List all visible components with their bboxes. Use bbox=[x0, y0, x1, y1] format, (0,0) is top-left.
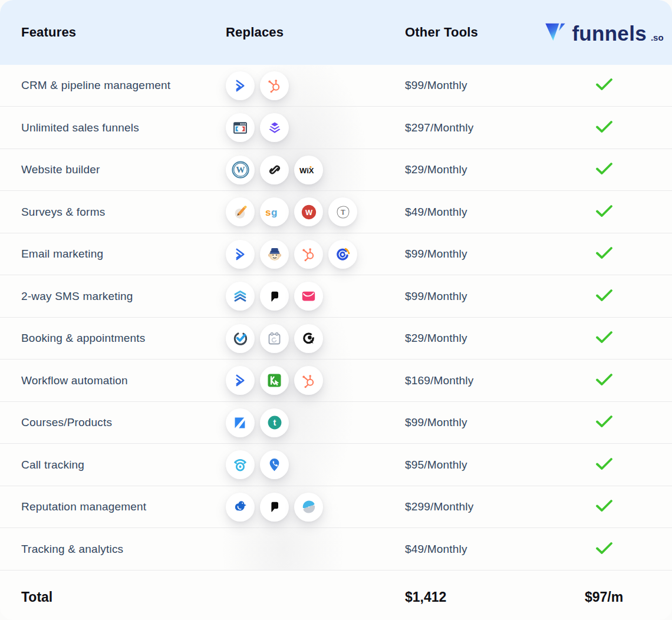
other-tools-price: $99/Monthly bbox=[405, 248, 536, 260]
funnels-included-cell bbox=[536, 457, 672, 473]
booking-calendar-icon bbox=[260, 324, 289, 353]
checkmark-icon bbox=[595, 120, 613, 136]
feature-label: Booking & appointments bbox=[0, 332, 226, 345]
wix-icon: WiX bbox=[294, 156, 323, 184]
total-label: Total bbox=[0, 589, 226, 605]
funnels-included-cell bbox=[536, 331, 672, 346]
table-row: 2-way SMS marketing $99/Monthly bbox=[0, 275, 672, 318]
other-tools-price: $169/Monthly bbox=[405, 374, 536, 387]
leadpages-icon bbox=[260, 113, 289, 142]
surveygizmo-icon: sg bbox=[260, 197, 289, 226]
activecampaign-icon bbox=[226, 240, 255, 269]
hubspot-icon bbox=[294, 366, 323, 395]
other-tools-price: $99/Monthly bbox=[405, 290, 536, 303]
svg-text:g: g bbox=[271, 206, 277, 217]
wordpress-icon: W bbox=[226, 156, 255, 184]
keap-icon bbox=[260, 366, 289, 395]
reputation-swirl-icon bbox=[294, 493, 323, 522]
funnels-included-cell bbox=[536, 542, 672, 557]
svg-text:W: W bbox=[236, 164, 245, 174]
replaces-icons: sgWT bbox=[226, 197, 405, 226]
header-replaces: Replaces bbox=[226, 25, 405, 40]
replaces-icons bbox=[226, 71, 405, 100]
comparison-table: Features Replaces Other Tools funn bbox=[0, 0, 672, 620]
replaces-icons bbox=[226, 240, 405, 269]
feature-label: Reputation management bbox=[0, 500, 226, 513]
phone-pin-icon bbox=[260, 450, 289, 479]
table-row: Courses/Products t $99/Monthly bbox=[0, 402, 672, 444]
checkmark-icon bbox=[595, 373, 613, 388]
svg-text:s: s bbox=[265, 206, 271, 217]
table-row: Email marketing $99/Monthly bbox=[0, 233, 672, 275]
teachable-icon: t bbox=[260, 408, 289, 437]
funnel-gradient-icon bbox=[544, 21, 566, 44]
table-row: Surveys & forms sgWT $49/Monthly bbox=[0, 191, 672, 233]
other-tools-price: $49/Monthly bbox=[405, 543, 536, 556]
funnels-included-cell bbox=[536, 246, 672, 262]
activecampaign-icon bbox=[226, 366, 255, 395]
replaces-icons bbox=[226, 450, 405, 479]
funnels-included-cell bbox=[536, 415, 672, 430]
podium-icon bbox=[260, 282, 289, 311]
checkmark-icon bbox=[595, 162, 613, 177]
other-tools-price: $29/Monthly bbox=[405, 332, 536, 345]
schedule-check-icon bbox=[226, 324, 255, 353]
funnels-logo: funnels .so bbox=[536, 21, 672, 44]
table-row: Booking & appointments $29/Monthly bbox=[0, 318, 672, 360]
phone-dial-icon bbox=[226, 450, 255, 479]
replaces-icons: WWiX bbox=[226, 156, 405, 184]
table-row: Website builder WWiX $29/Monthly bbox=[0, 149, 672, 191]
other-tools-price: $95/Monthly bbox=[405, 459, 536, 471]
other-tools-price: $99/Monthly bbox=[405, 79, 536, 92]
sms-chevrons-icon bbox=[226, 282, 255, 311]
feature-label: Tracking & analytics bbox=[0, 543, 226, 556]
table-row: Workflow automation $169/Monthly bbox=[0, 360, 672, 402]
hubspot-icon bbox=[260, 71, 289, 100]
wufoo-icon: W bbox=[294, 197, 323, 226]
funnels-included-cell bbox=[536, 120, 672, 136]
svg-text:WiX: WiX bbox=[299, 166, 314, 174]
checkmark-icon bbox=[595, 415, 613, 430]
checkmark-icon bbox=[595, 205, 613, 220]
table-row: Reputation management $299/Monthly bbox=[0, 486, 672, 528]
replaces-icons bbox=[226, 366, 405, 395]
replaces-icons bbox=[226, 113, 405, 142]
logo-suffix-text: .so bbox=[651, 33, 664, 44]
replaces-icons bbox=[226, 493, 405, 522]
feature-label: Courses/Products bbox=[0, 416, 226, 429]
svg-text:t: t bbox=[273, 418, 276, 427]
kajabi-icon bbox=[226, 408, 255, 437]
checkmark-icon bbox=[595, 499, 613, 515]
checkmark-icon bbox=[595, 289, 613, 304]
funnels-included-cell bbox=[536, 78, 672, 93]
funnels-included-cell bbox=[536, 162, 672, 177]
feature-label: Website builder bbox=[0, 163, 226, 176]
funnels-included-cell bbox=[536, 289, 672, 304]
feature-label: Email marketing bbox=[0, 248, 226, 260]
header-other-tools: Other Tools bbox=[405, 25, 536, 40]
other-tools-price: $99/Monthly bbox=[405, 416, 536, 429]
feature-label: CRM & pipeline management bbox=[0, 79, 226, 92]
clickfunnels-icon bbox=[226, 113, 255, 142]
table-row: CRM & pipeline management $99/Monthly bbox=[0, 65, 672, 107]
funnels-total-price: $97/m bbox=[536, 589, 672, 605]
table-body: CRM & pipeline management $99/Monthly Un… bbox=[0, 65, 672, 570]
feature-label: Call tracking bbox=[0, 459, 226, 471]
replaces-icons: t bbox=[226, 408, 405, 437]
checkmark-icon bbox=[595, 78, 613, 93]
replaces-icons bbox=[226, 282, 405, 311]
svg-text:T: T bbox=[341, 208, 345, 216]
typeform-icon: T bbox=[328, 197, 357, 226]
checkmark-icon bbox=[595, 542, 613, 557]
funnels-included-cell bbox=[536, 373, 672, 388]
mailchimp-icon bbox=[260, 240, 289, 269]
table-header: Features Replaces Other Tools funn bbox=[0, 0, 672, 65]
other-tools-price: $297/Monthly bbox=[405, 121, 536, 134]
acuity-icon bbox=[294, 324, 323, 353]
other-tools-price: $299/Monthly bbox=[405, 500, 536, 513]
feature-label: Surveys & forms bbox=[0, 206, 226, 219]
podium-icon bbox=[260, 493, 289, 522]
other-tools-total: $1,412 bbox=[405, 589, 536, 605]
checkmark-icon bbox=[595, 457, 613, 473]
logo-brand-text: funnels bbox=[572, 23, 647, 44]
